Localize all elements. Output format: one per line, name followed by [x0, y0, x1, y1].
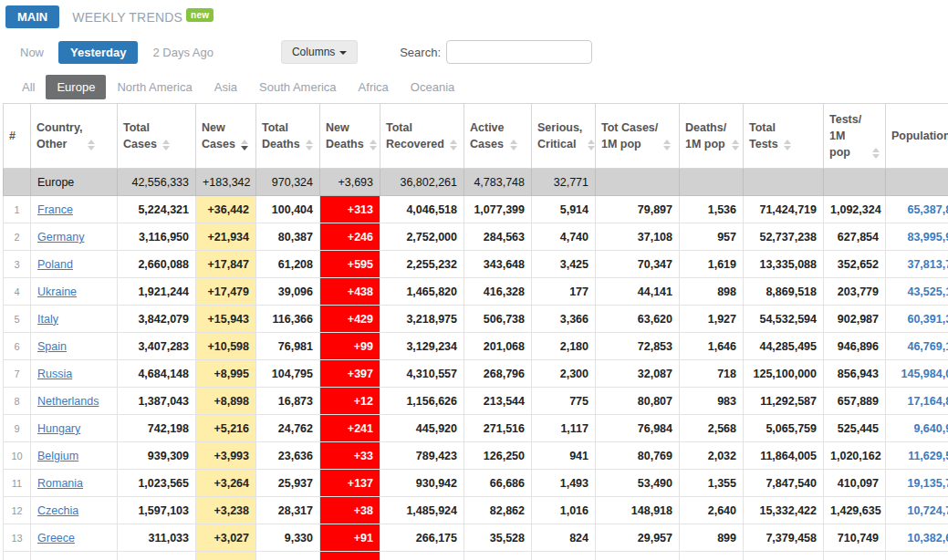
cell-population[interactable]: 10,724,712: [886, 497, 948, 524]
sort-icon[interactable]: [663, 140, 671, 150]
cell-deaths_per_1m: 680: [680, 552, 744, 560]
cell-tests_per_1m: 420,365: [824, 552, 886, 560]
column-header-label: Serious,Critical: [537, 119, 582, 152]
cell-total_recovered: 1,485,924: [380, 497, 464, 524]
cell-tests_per_1m: 1,429,635: [824, 497, 886, 524]
cell-total_deaths: 100,404: [256, 196, 320, 223]
sort-icon[interactable]: [732, 140, 739, 150]
country-link[interactable]: Czechia: [37, 504, 78, 517]
column-header-new_deaths[interactable]: NewDeaths: [320, 104, 380, 169]
cell-active_cases: 66,686: [464, 470, 532, 497]
cell-total_recovered: 930,942: [380, 470, 464, 497]
cell-population[interactable]: 9,640,900: [886, 415, 948, 442]
column-header-total_deaths[interactable]: TotalDeaths: [256, 104, 320, 169]
column-header-population[interactable]: Population: [886, 104, 948, 169]
continent-tab-oceania[interactable]: Oceania: [400, 75, 465, 99]
column-header-total_cases[interactable]: TotalCases: [118, 104, 196, 169]
cell-population[interactable]: 10,382,653: [886, 524, 948, 552]
cell-total_tests: 71,424,719: [744, 196, 824, 223]
column-header-total_recovered[interactable]: TotalRecovered: [380, 104, 464, 169]
cell-country: France: [31, 196, 118, 223]
tab-now[interactable]: Now: [11, 41, 53, 64]
continent-tab-europe[interactable]: Europe: [46, 75, 106, 99]
sort-icon[interactable]: [784, 140, 791, 150]
tab-yesterday[interactable]: Yesterday: [58, 41, 138, 64]
cell-population[interactable]: 11,629,525: [886, 442, 948, 470]
country-link[interactable]: Greece: [37, 532, 75, 544]
continent-tab-south-america[interactable]: South America: [248, 75, 348, 99]
country-link[interactable]: Russia: [37, 368, 72, 380]
continent-tab-africa[interactable]: Africa: [348, 75, 400, 99]
cell-total_cases: 657,716: [118, 552, 196, 560]
column-header-serious_critical[interactable]: Serious,Critical: [532, 104, 596, 169]
country-link[interactable]: Poland: [37, 258, 73, 271]
cell-total_deaths: 28,317: [256, 497, 320, 524]
cell-population[interactable]: 17,164,888: [886, 388, 948, 415]
search-input[interactable]: [446, 40, 592, 64]
cell-serious_critical: 5,914: [532, 196, 596, 223]
columns-dropdown-button[interactable]: Columns: [281, 40, 358, 64]
cell-serious_critical: 2,180: [532, 333, 596, 360]
sort-icon[interactable]: [872, 148, 880, 159]
cell-country: Netherlands: [31, 388, 118, 415]
column-header-new_cases[interactable]: NewCases: [196, 104, 256, 169]
country-link[interactable]: Hungary: [37, 422, 80, 435]
tab-weekly-trends[interactable]: WEEKLY TRENDSnew: [59, 5, 217, 26]
cell-population[interactable]: 43,525,192: [886, 278, 948, 306]
country-link[interactable]: Spain: [37, 340, 67, 353]
cell-new_cases: +17,479: [196, 278, 256, 306]
column-header-country[interactable]: Country,Other: [31, 104, 118, 169]
sort-icon[interactable]: [88, 140, 95, 150]
cell-population[interactable]: 37,813,758: [886, 251, 948, 278]
sort-icon[interactable]: [306, 140, 313, 150]
country-link[interactable]: Netherlands: [37, 395, 99, 408]
country-link[interactable]: Germany: [37, 231, 84, 244]
continent-tab-all[interactable]: All: [11, 75, 46, 99]
time-filter-row: Now Yesterday 2 Days Ago Columns Search:: [0, 30, 948, 73]
tab-main[interactable]: MAIN: [5, 5, 59, 28]
column-header-cases_per_1m[interactable]: Tot Cases/1M pop: [596, 104, 680, 169]
cell-active_cases: 416,328: [464, 278, 532, 306]
cell-rank: 6: [4, 333, 31, 360]
country-link[interactable]: Romania: [37, 477, 83, 490]
country-link[interactable]: France: [37, 203, 73, 216]
column-header-deaths_per_1m[interactable]: Deaths/1M pop: [680, 104, 744, 169]
country-link[interactable]: Ukraine: [37, 285, 77, 298]
cell-rank: 8: [4, 388, 31, 415]
cell-population[interactable]: 19,135,798: [886, 470, 948, 497]
weekly-trends-label: WEEKLY TRENDS: [72, 10, 182, 25]
cell-cases_per_1m: 53,490: [596, 470, 680, 497]
sort-icon[interactable]: [450, 140, 457, 150]
sort-icon[interactable]: [588, 140, 595, 150]
cell-total_tests: 11,292,587: [744, 388, 824, 415]
cell-population[interactable]: 83,995,966: [886, 223, 948, 251]
column-header-label: #: [9, 128, 16, 144]
sort-icon[interactable]: [162, 140, 170, 150]
cell-population[interactable]: 145,984,033: [886, 360, 948, 388]
cell-total_deaths: 80,387: [256, 223, 320, 251]
cell-population[interactable]: 60,391,353: [886, 306, 948, 333]
cell-total_cases: 42,556,333: [118, 169, 196, 196]
cell-population[interactable]: 46,769,124: [886, 333, 948, 360]
sort-icon[interactable]: [241, 140, 248, 150]
column-header-active_cases[interactable]: ActiveCases: [464, 104, 532, 169]
sort-icon[interactable]: [370, 140, 377, 150]
country-link[interactable]: Italy: [37, 313, 58, 326]
cell-population[interactable]: 8,709,451: [886, 552, 948, 560]
cell-serious_critical: 1,016: [532, 497, 596, 524]
cell-total_recovered: 789,423: [380, 442, 464, 470]
cell-tests_per_1m: 946,896: [824, 333, 886, 360]
column-header-total_tests[interactable]: TotalTests: [744, 104, 824, 169]
continent-tab-north-america[interactable]: North America: [106, 75, 203, 99]
cell-country: Germany: [31, 223, 118, 251]
cell-rank: 3: [4, 251, 31, 278]
cell-total_tests: 15,332,422: [744, 497, 824, 524]
cell-population[interactable]: 65,387,859: [886, 196, 948, 223]
continent-tab-asia[interactable]: Asia: [203, 75, 248, 99]
column-header-tests_per_1m[interactable]: Tests/1M pop: [824, 104, 886, 169]
country-link[interactable]: Belgium: [37, 450, 78, 462]
tab-2-days-ago[interactable]: 2 Days Ago: [143, 41, 223, 64]
cell-deaths_per_1m: 983: [680, 388, 744, 415]
column-header-label: NewDeaths: [326, 119, 364, 152]
sort-icon[interactable]: [510, 140, 517, 150]
